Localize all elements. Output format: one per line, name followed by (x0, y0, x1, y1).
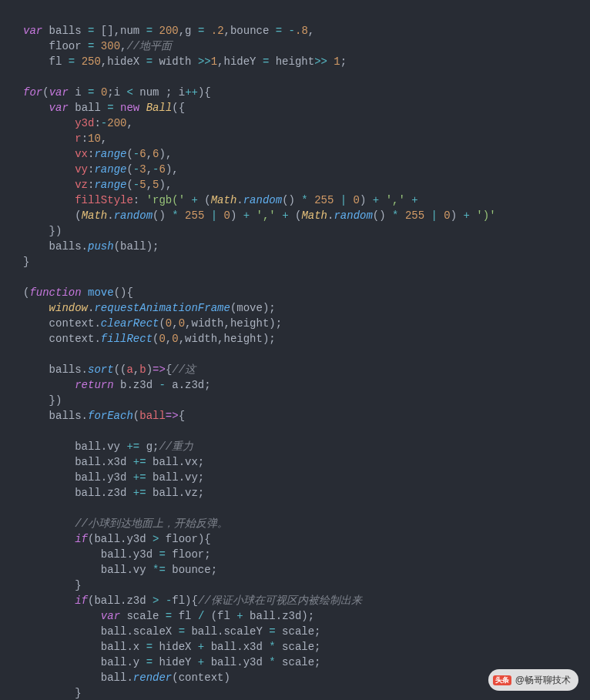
code-line (23, 69, 578, 85)
code-line: (function move(){ (23, 285, 578, 300)
code-line: vz:range(-5,5), (23, 177, 578, 193)
code-line: if(ball.y3d > floor){ (23, 531, 578, 547)
code-line: var balls = [],num = 200,g = .2,bounce =… (23, 23, 578, 39)
code-line: ball.vy += g;//重力 (23, 439, 578, 454)
code-line: ball.y = hideY + ball.y3d * scale; (23, 655, 578, 670)
code-line: if(ball.z3d > -fl){//保证小球在可视区内被绘制出来 (23, 593, 578, 608)
code-line: for(var i = 0;i < num ; i++){ (23, 85, 578, 100)
code-line (23, 501, 578, 516)
code-line: balls.push(ball); (23, 239, 578, 254)
code-line: balls.sort((a,b)=>{//这 (23, 362, 578, 377)
watermark: 头条 @畅哥聊技术 (488, 669, 578, 691)
code-line: }) (23, 223, 578, 239)
code-line: var scale = fl / (fl + ball.z3d); (23, 608, 578, 624)
code-line: return b.z3d - a.z3d; (23, 377, 578, 393)
code-line: }) (23, 393, 578, 408)
code-line: balls.forEach(ball=>{ (23, 408, 578, 424)
code-line: context.clearRect(0,0,width,height); (23, 316, 578, 331)
code-line (23, 424, 578, 439)
code-line: } (23, 578, 578, 593)
code-line: //小球到达地面上，开始反弹。 (23, 516, 578, 531)
code-line: vy:range(-3,-6), (23, 162, 578, 177)
code-line: context.fillRect(0,0,width,height); (23, 331, 578, 347)
code-line: ball.x = hideX + ball.x3d * scale; (23, 639, 578, 655)
code-line: var ball = new Ball({ (23, 100, 578, 116)
code-line: ball.y3d = floor; (23, 547, 578, 562)
code-line: } (23, 254, 578, 270)
code-line: ball.vy *= bounce; (23, 562, 578, 578)
code-line: ball.x3d += ball.vx; (23, 454, 578, 470)
code-line (23, 270, 578, 285)
code-line: ball.z3d += ball.vz; (23, 485, 578, 501)
code-block: var balls = [],num = 200,g = .2,bounce =… (23, 23, 578, 700)
code-line: ball.y3d += ball.vy; (23, 470, 578, 485)
watermark-text: @畅哥聊技术 (515, 672, 571, 688)
code-line (23, 347, 578, 362)
code-line: y3d:-200, (23, 116, 578, 131)
code-line: ball.scaleX = ball.scaleY = scale; (23, 624, 578, 639)
code-line: r:10, (23, 131, 578, 146)
code-line: (Math.random() * 255 | 0) + ',' + (Math.… (23, 208, 578, 223)
code-line: floor = 300,//地平面 (23, 39, 578, 54)
code-line: vx:range(-6,6), (23, 146, 578, 162)
watermark-logo: 头条 (493, 675, 511, 685)
code-line: fl = 250,hideX = width >>1,hideY = heigh… (23, 54, 578, 69)
code-line: fillStyle: 'rgb(' + (Math.random() * 255… (23, 193, 578, 208)
code-line: window.requestAnimationFrame(move); (23, 300, 578, 316)
